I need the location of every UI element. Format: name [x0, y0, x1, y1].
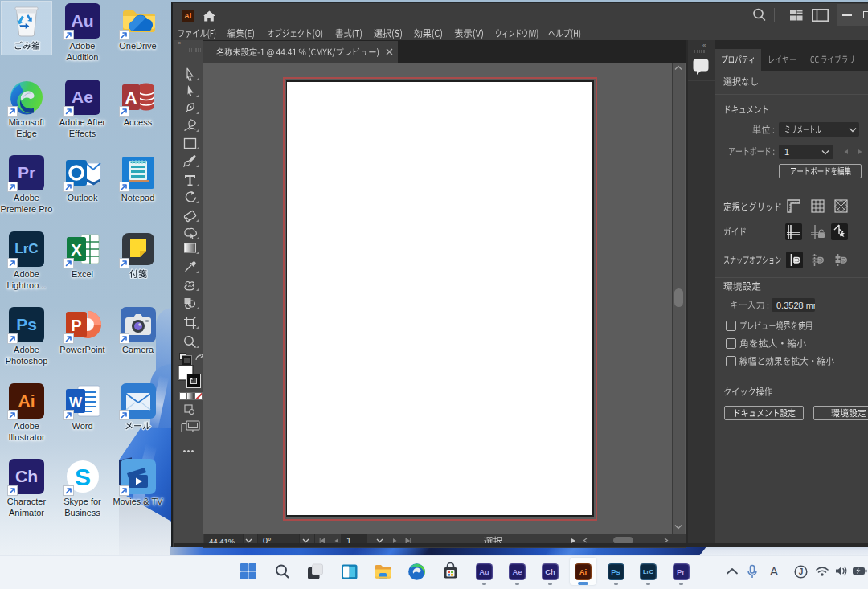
svg-text:X: X: [71, 241, 82, 259]
svg-text:W: W: [68, 395, 82, 410]
svg-text:P: P: [71, 317, 81, 334]
svg-text:A: A: [125, 88, 137, 107]
svg-text:J: J: [799, 567, 804, 576]
svg-text:S: S: [74, 464, 90, 490]
